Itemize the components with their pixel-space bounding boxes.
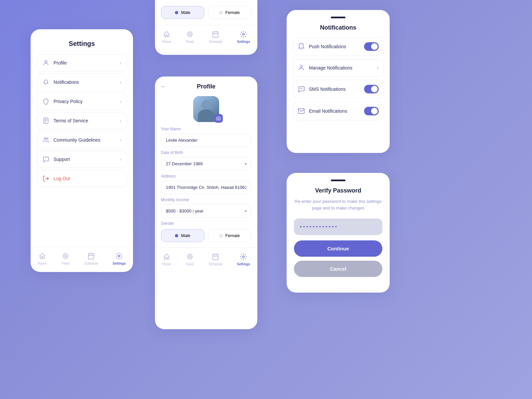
password-input[interactable] [294,218,382,235]
name-input[interactable] [161,133,251,147]
nav-feed-label-profile: Feed [186,262,194,266]
nav-feed-label-partial: Feed [186,40,194,44]
svg-point-3 [45,61,47,63]
nav-home-partial[interactable]: Home [162,30,171,44]
notif-item-manage-left: Manage Notifications [298,64,352,71]
profile-panel: ← Profile Your Name Date of Birth 27 Dec… [155,76,257,329]
dob-select[interactable]: 27 December 1989 [161,157,251,171]
nav-feed-profile[interactable]: Feed [186,252,194,266]
svg-point-6 [47,138,48,139]
svg-rect-4 [44,118,48,124]
nav-home[interactable]: Home [38,252,47,265]
avatar-section [155,96,257,122]
chevron-icon-manage-notif: › [377,65,379,71]
dob-select-wrap: 27 December 1989 ▾ [161,157,251,171]
menu-item-logout[interactable]: Log Out [37,170,127,187]
verify-drag-handle [331,180,345,181]
gender-female-btn[interactable]: Female [208,229,251,242]
address-label: Address [161,174,251,179]
nav-schedule[interactable]: Schedule [84,252,98,265]
income-select[interactable]: $500 - $3000 / year [161,204,251,218]
menu-item-profile[interactable]: Profile › [37,54,127,71]
nav-home-profile[interactable]: Home [162,252,171,266]
name-label: Your Name [161,127,251,131]
chevron-icon-support: › [120,157,121,162]
gender-section-partial: Male Female [155,0,257,19]
continue-button[interactable]: Continue [294,240,382,257]
cancel-button[interactable]: Cancel [294,261,382,277]
feed-icon-partial [186,30,194,39]
menu-item-support[interactable]: Support › [37,151,127,168]
settings-icon-partial [239,30,248,39]
nav-settings-partial[interactable]: Settings [237,30,250,44]
address-input[interactable] [161,181,251,194]
menu-item-notifications-left: Notifications [42,78,79,86]
nav-home-label-profile: Home [162,262,171,266]
gender-dot-male-partial [175,11,178,14]
gender-male-btn-partial[interactable]: Male [161,6,204,19]
nav-home-label: Home [38,262,47,265]
notif-item-email-left: Email Notifications [298,107,347,115]
gender-dot-male [175,234,178,237]
back-button[interactable]: ← [160,83,166,90]
menu-item-community[interactable]: Community Guidelines › [37,131,127,149]
gender-female-btn-partial[interactable]: Female [208,6,251,19]
menu-item-notifications[interactable]: Notifications › [37,73,127,91]
income-select-wrap: $500 - $3000 / year ▾ [161,204,251,218]
push-notif-toggle[interactable] [364,42,379,51]
nav-schedule-label-profile: Schedule [209,262,223,266]
chevron-icon-terms: › [120,118,121,123]
svg-point-0 [188,32,193,37]
notif-item-sms[interactable]: SMS Notifications [293,80,384,98]
svg-point-8 [63,254,68,259]
gender-label: Gender [161,221,251,226]
partial-profile-panel: Male Female Home Feed [155,0,257,55]
nav-feed[interactable]: Feed [61,252,70,265]
svg-point-12 [188,254,193,259]
feed-icon-profile [186,252,194,261]
svg-point-10 [118,255,120,257]
notif-item-sms-left: SMS Notifications [298,85,345,93]
feed-icon [61,252,70,260]
nav-settings-active[interactable]: Settings [113,252,126,265]
notif-item-push[interactable]: Push Notifications [293,37,384,56]
nav-schedule-profile[interactable]: Schedule [209,252,223,266]
menu-item-privacy-left: Privacy Policy [42,98,82,105]
nav-feed-partial[interactable]: Feed [186,30,194,44]
svg-rect-13 [213,254,218,260]
push-notif-icon [298,43,305,50]
chevron-icon-community: › [120,137,121,143]
shield-icon [42,98,50,105]
chevron-icon-profile: › [120,60,121,66]
home-icon-partial [162,30,171,39]
nav-schedule-partial[interactable]: Schedule [209,30,223,44]
nav-settings-profile[interactable]: Settings [237,252,250,266]
income-label: Monthly Income [161,198,251,202]
document-icon [42,117,50,124]
menu-item-privacy[interactable]: Privacy Policy › [37,93,127,110]
svg-point-11 [218,118,219,119]
notif-item-push-left: Push Notifications [298,43,346,50]
dob-label: Date of Birth [161,150,251,155]
settings-menu: Profile › Notifications › [31,54,133,247]
profile-title: Profile [197,83,215,90]
nav-settings-label-partial: Settings [237,40,250,44]
camera-button[interactable] [214,114,223,123]
verify-password-panel: Verify Password Re-enter your password t… [287,173,390,293]
sms-notif-toggle[interactable] [364,85,379,93]
settings-icon-profile [239,252,248,261]
notif-item-email[interactable]: Email Notifications [293,102,384,120]
notif-item-manage[interactable]: Manage Notifications › [293,59,384,76]
home-icon [38,252,47,260]
settings-icon-active [115,252,123,260]
gender-male-btn[interactable]: Male [161,229,204,242]
notifications-title: Notifications [293,24,384,31]
gender-dot-female-partial [219,11,223,14]
email-notif-toggle[interactable] [364,107,379,115]
verify-subtitle: Re-enter your password to make this sett… [294,198,382,211]
nav-schedule-label: Schedule [84,262,98,265]
nav-settings-label-active: Settings [113,262,126,265]
menu-label-profile: Profile [54,60,67,66]
menu-item-terms[interactable]: Terms of Service › [37,112,127,129]
people-icon [42,136,50,144]
